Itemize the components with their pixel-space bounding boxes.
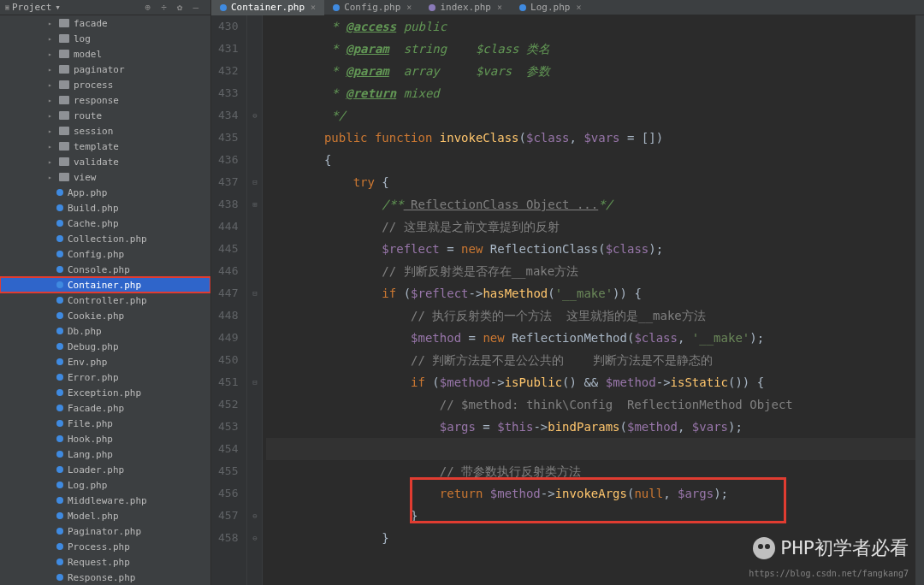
line-number[interactable]: 453 xyxy=(218,416,238,438)
fold-icon[interactable]: ⊟ xyxy=(247,171,262,193)
tree-file[interactable]: Env.php xyxy=(0,354,210,369)
tree-folder[interactable]: ▸paginator xyxy=(0,62,210,77)
expand-icon[interactable]: ▸ xyxy=(48,50,55,58)
tree-file[interactable]: Debug.php xyxy=(0,339,210,354)
line-number[interactable]: 451 xyxy=(218,371,238,393)
editor-tab[interactable]: Container.php× xyxy=(211,0,324,15)
fold-icon[interactable]: ⊖ xyxy=(247,527,262,549)
tree-file[interactable]: File.php xyxy=(0,416,210,431)
expand-icon[interactable]: ▸ xyxy=(48,158,55,166)
expand-icon[interactable]: ▸ xyxy=(48,35,55,43)
line-number[interactable]: 431 xyxy=(218,38,238,60)
expand-icon[interactable]: ▸ xyxy=(48,112,55,120)
line-number[interactable]: 446 xyxy=(218,260,238,282)
line-number[interactable]: 458 xyxy=(218,527,238,549)
line-number[interactable]: 456 xyxy=(218,482,238,505)
project-label: Project xyxy=(12,2,51,13)
expand-icon[interactable]: ▸ xyxy=(48,20,55,27)
tree-file[interactable]: Loader.php xyxy=(0,462,210,477)
tree-folder[interactable]: ▸model xyxy=(0,46,210,62)
expand-icon[interactable]: ▸ xyxy=(48,127,55,135)
project-dropdown-icon[interactable]: ▾ xyxy=(55,2,61,13)
tree-file[interactable]: Facade.php xyxy=(0,400,210,416)
line-number[interactable]: 457 xyxy=(218,505,238,527)
editor-tab[interactable]: index.php× xyxy=(420,0,511,15)
expand-icon[interactable]: ▸ xyxy=(48,97,55,104)
project-tree[interactable]: ▸facade▸log▸model▸paginator▸process▸resp… xyxy=(0,15,211,585)
line-number[interactable]: 437 xyxy=(218,171,238,193)
fold-icon[interactable]: ⊟ xyxy=(247,371,262,393)
fold-icon[interactable]: ⊞ xyxy=(247,193,262,216)
tree-folder[interactable]: ▸template xyxy=(0,139,210,154)
line-number[interactable]: 448 xyxy=(218,304,238,327)
tree-file[interactable]: Console.php xyxy=(0,262,210,277)
expand-icon[interactable]: ▸ xyxy=(48,66,55,74)
code-area[interactable]: * @access public * @param string $class … xyxy=(263,15,915,585)
line-number[interactable]: 430 xyxy=(218,15,238,38)
line-number[interactable]: 432 xyxy=(218,60,238,82)
project-panel-header[interactable]: ▣ Project ▾ ⊕ ÷ ✿ — xyxy=(0,0,211,15)
fold-icon[interactable]: ⊟ xyxy=(247,282,262,304)
tree-file[interactable]: Collection.php xyxy=(0,231,210,246)
expand-icon[interactable]: ▸ xyxy=(48,81,55,89)
tree-file[interactable]: Log.php xyxy=(0,477,210,493)
tree-file[interactable]: Controller.php xyxy=(0,292,210,308)
tree-folder[interactable]: ▸view xyxy=(0,169,210,185)
tree-folder[interactable]: ▸session xyxy=(0,123,210,139)
close-icon[interactable]: × xyxy=(576,3,581,12)
close-icon[interactable]: × xyxy=(311,3,316,12)
tree-folder[interactable]: ▸log xyxy=(0,31,210,46)
line-number[interactable]: 438 xyxy=(218,193,238,216)
line-number[interactable]: 445 xyxy=(218,238,238,260)
tree-folder[interactable]: ▸facade xyxy=(0,15,210,31)
tree-file[interactable]: Response.php xyxy=(0,570,210,585)
folder-icon xyxy=(59,127,69,135)
tree-item-label: facade xyxy=(74,18,108,29)
tree-folder[interactable]: ▸validate xyxy=(0,154,210,169)
close-icon[interactable]: × xyxy=(497,3,502,12)
tree-file[interactable]: Cookie.php xyxy=(0,308,210,323)
tree-file[interactable]: App.php xyxy=(0,185,210,200)
line-number[interactable]: 452 xyxy=(218,393,238,416)
line-number[interactable]: 449 xyxy=(218,327,238,349)
tree-file[interactable]: Middleware.php xyxy=(0,493,210,508)
editor-tab[interactable]: Config.php× xyxy=(324,0,420,15)
editor-scrollbar[interactable] xyxy=(915,15,924,585)
tree-file[interactable]: Exception.php xyxy=(0,385,210,400)
tree-file[interactable]: Error.php xyxy=(0,369,210,385)
collapse-icon[interactable]: ⊕ xyxy=(145,2,151,13)
tree-file[interactable]: Container.php xyxy=(0,277,210,292)
tree-file[interactable]: Lang.php xyxy=(0,446,210,462)
settings-icon[interactable]: ✿ xyxy=(177,2,183,13)
tree-file[interactable]: Build.php xyxy=(0,200,210,216)
line-number[interactable]: 435 xyxy=(218,127,238,149)
line-number[interactable]: 433 xyxy=(218,82,238,104)
tree-file[interactable]: Cache.php xyxy=(0,216,210,231)
tree-folder[interactable]: ▸route xyxy=(0,108,210,123)
tree-file[interactable]: Model.php xyxy=(0,508,210,523)
tree-file[interactable]: Config.php xyxy=(0,246,210,262)
tree-folder[interactable]: ▸process xyxy=(0,77,210,92)
fold-icon[interactable]: ⊖ xyxy=(247,104,262,127)
tree-file[interactable]: Request.php xyxy=(0,554,210,570)
expand-icon[interactable]: ▸ xyxy=(48,174,55,181)
hide-icon[interactable]: — xyxy=(192,2,198,13)
editor-tab[interactable]: Log.php× xyxy=(511,0,589,15)
line-number[interactable]: 436 xyxy=(218,149,238,171)
close-icon[interactable]: × xyxy=(406,3,412,12)
tree-file[interactable]: Hook.php xyxy=(0,431,210,446)
line-number[interactable]: 450 xyxy=(218,349,238,371)
tree-folder[interactable]: ▸response xyxy=(0,92,210,108)
tree-file[interactable]: Paginator.php xyxy=(0,523,210,539)
line-number[interactable]: 455 xyxy=(218,460,238,482)
expand-icon[interactable]: ▸ xyxy=(48,143,55,151)
fold-icon[interactable]: ⊖ xyxy=(247,505,262,527)
code-editor[interactable]: 4304314324334344354364374384444454464474… xyxy=(211,15,924,585)
line-number[interactable]: 447 xyxy=(218,282,238,304)
line-number[interactable]: 434 xyxy=(218,104,238,127)
expand-icon[interactable]: ÷ xyxy=(161,2,167,13)
tree-file[interactable]: Process.php xyxy=(0,539,210,554)
tree-file[interactable]: Db.php xyxy=(0,323,210,339)
line-number[interactable]: 454 xyxy=(218,438,238,460)
line-number[interactable]: 444 xyxy=(218,216,238,238)
